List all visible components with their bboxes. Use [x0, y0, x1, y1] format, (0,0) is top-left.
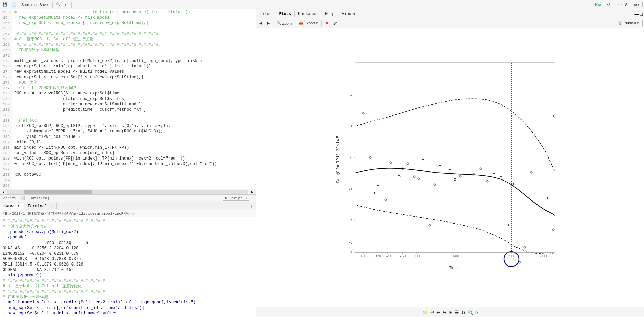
bottom-btn-3[interactable]: ↩ [436, 310, 441, 315]
save-icon-btn[interactable]: 💾 [1, 2, 9, 7]
console-line: rho chisq p [3, 240, 253, 246]
find-replace-btn[interactable]: ⇄ [63, 2, 69, 7]
console-line: - new_exprSet$multi_model <- multi_model… [3, 311, 253, 316]
scroll-left-btn[interactable]: ◀ [0, 190, 7, 194]
line-content[interactable]: ########################################… [12, 42, 256, 47]
line-number: 281 [0, 107, 12, 112]
console-minimize-btn[interactable]: — [246, 204, 251, 209]
console-content[interactable]: # ######################################… [0, 217, 256, 317]
brush-btn[interactable]: 🖌 [331, 21, 339, 26]
line-content[interactable]: cut_value = ROC_opt$cut.values[min_index… [12, 150, 256, 156]
tab-console[interactable]: Console [0, 203, 24, 210]
tab-plots[interactable]: Plots [275, 10, 294, 17]
line-content[interactable]: min_index <- with(ROC_opt, which.min(1-T… [12, 145, 256, 150]
code-line: 284plot(ROC_opt$FP, ROC_opt$TP, type="l"… [0, 123, 256, 129]
line-content[interactable]: # new_exprSet <- new_exprSet[!is.na(new_… [12, 20, 256, 26]
line-number: 284 [0, 123, 12, 129]
tab-terminal[interactable]: Terminal ✕ [24, 203, 57, 209]
code-line: 270# 在训练数据上检验模型 [0, 47, 256, 53]
panel-maximize-btn[interactable]: □ [640, 11, 643, 17]
line-content[interactable]: # new_exprSet$multi_model <- risk_model [12, 15, 256, 20]
line-content[interactable] [12, 177, 256, 183]
line-content[interactable]: # 8. 基于ROC 对 Cut-off 值进行优化 [12, 37, 256, 42]
line-content[interactable]: status=new_exprSet$status, [12, 96, 256, 102]
line-content[interactable]: # ----------------------------- testing(… [12, 9, 256, 15]
line-content[interactable]: # cutoff =2500中位生存时间？ [12, 85, 256, 91]
line-content[interactable]: plot(ROC_opt$FP, ROC_opt$TP, type="l", x… [12, 123, 256, 129]
terminal-close-icon[interactable]: ✕ [51, 205, 53, 208]
re-run-btn[interactable]: ↺ [606, 2, 611, 7]
line-content[interactable]: ROC_opt= survivalROC(Stime=new_exprSet$t… [12, 91, 256, 96]
panel-minimize-btn[interactable]: — [635, 11, 639, 17]
bottom-btn-7[interactable]: ♻ [461, 310, 466, 315]
code-editor[interactable]: 263# ----------------------------- testi… [0, 9, 256, 189]
run-label: → Run [590, 2, 602, 7]
line-content[interactable] [12, 167, 256, 172]
editor-hscroll[interactable]: ◀ ▶ [0, 189, 256, 194]
code-line: 277# cutoff =2500中位生存时间？ [0, 85, 256, 91]
source-on-save-button[interactable]: Source on Save [19, 2, 50, 7]
line-content[interactable] [12, 26, 256, 31]
line-content[interactable]: ########################################… [12, 31, 256, 37]
run-arrow-icon: → [585, 2, 589, 7]
bottom-btn-8[interactable]: 🔍 [468, 310, 473, 315]
code-line: 282 [0, 112, 256, 118]
line-content[interactable]: marker = new_exprSet$multi_model, [12, 102, 256, 107]
line-number: 267 [0, 31, 12, 37]
zoom-button[interactable]: 🔍 Zoom [275, 20, 294, 26]
line-content[interactable]: # ROC 优化 [12, 80, 256, 85]
console-line: GLOBAL NA 3.6712 0.452 [3, 267, 253, 273]
bottom-btn-4[interactable]: ↪ [443, 310, 447, 315]
plot-nav-back-btn[interactable]: ◀ [257, 20, 264, 26]
publish-button[interactable]: 📡 Publish ▾ [614, 20, 643, 26]
code-line: 278ROC_opt= survivalROC(Stime=new_exprSe… [0, 91, 256, 96]
line-number: 293 [0, 172, 12, 177]
code-line: 292 [0, 167, 256, 172]
line-content[interactable]: predict.time = cutoff,method="KM") [12, 107, 256, 112]
line-content[interactable]: with(ROC_opt, text(FP[min_index], TP[min… [12, 161, 256, 167]
line-content[interactable]: ROC_opt$AUC [12, 172, 256, 177]
tab-packages[interactable]: Packages [295, 10, 321, 17]
find-btn[interactable]: 🔍 [55, 2, 62, 7]
plot-nav-forward-btn[interactable]: ▶ [265, 20, 272, 26]
bottom-btn-6[interactable]: ☰ [455, 310, 459, 315]
line-number: 287 [0, 140, 12, 145]
code-line: 267#####################################… [0, 31, 256, 37]
tab-files[interactable]: Files [256, 10, 275, 17]
tab-help[interactable]: Help [321, 10, 338, 17]
new-script-btn[interactable]: 📄 [10, 2, 18, 7]
line-content[interactable]: multi_model_values <- predict(Multi_cox2… [12, 58, 256, 64]
bottom-btn-2[interactable]: 中 [430, 309, 434, 315]
console-maximize-btn[interactable]: □ [252, 204, 254, 209]
zoom-label: Zoom [282, 21, 292, 25]
line-content[interactable]: new_exprSet <- train[,c('submitter_id','… [12, 64, 256, 69]
tab-viewer[interactable]: Viewer [338, 10, 359, 17]
line-content[interactable]: with(ROC_opt, points(FP[min_index], TP[m… [12, 156, 256, 161]
line-content[interactable]: new_exprSet$multi_model <- multi_model_v… [12, 69, 256, 75]
line-content[interactable]: # 在训练数据上检验模型 [12, 47, 256, 53]
code-line: 294 [0, 177, 256, 183]
untitled-tab[interactable]: ⬜ (Untitled) [20, 196, 54, 200]
bottom-btn-5[interactable]: ⊞ [449, 310, 453, 315]
line-content[interactable] [12, 112, 256, 118]
scroll-right-btn[interactable]: ▶ [249, 190, 256, 194]
line-content[interactable] [12, 53, 256, 58]
x-tick-130: 130 [360, 254, 366, 258]
line-content[interactable]: # 绘制 ROC [12, 118, 256, 123]
run-button[interactable]: → → Run [583, 2, 604, 8]
hscrollbar[interactable] [7, 190, 248, 194]
line-content[interactable]: ylab="TPR",col="blue") [12, 134, 256, 140]
source-button[interactable]: ↔ ↔ Source ▾ [613, 2, 643, 7]
delete-plot-btn[interactable]: ✕ [323, 20, 330, 26]
toolbar-sep-2 [71, 2, 72, 8]
line-content[interactable]: xlab=paste( "FPR", "\n", "AUC = ",round(… [12, 129, 256, 134]
line-number: 272 [0, 58, 12, 64]
r-script-badge[interactable]: R Script ▾ [223, 196, 249, 201]
line-content[interactable]: new_exprSet <- new_exprSet[!is.na(new_ex… [12, 75, 256, 80]
export-button[interactable]: 📤 Export ▾ [297, 20, 320, 26]
bottom-btn-9[interactable]: ⌂ [475, 310, 478, 315]
line-content[interactable]: abline(0,1) [12, 140, 256, 145]
line-content[interactable] [12, 183, 256, 188]
bottom-btn-1[interactable]: 📁 [422, 310, 428, 315]
line-number: 290 [0, 156, 12, 161]
